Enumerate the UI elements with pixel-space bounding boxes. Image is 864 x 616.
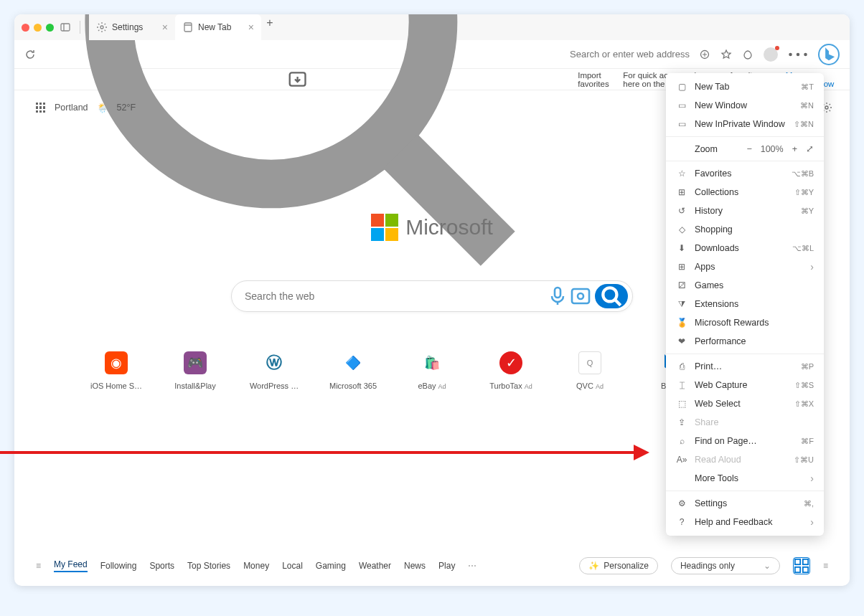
search-input[interactable] <box>245 290 546 302</box>
menu-performance[interactable]: ❤Performance <box>666 332 824 351</box>
svg-point-8 <box>789 52 792 56</box>
help-icon: ? <box>676 516 687 528</box>
browser-window: Settings × New Tab × + Im <box>14 14 850 586</box>
personalize-button[interactable]: ✨Personalize <box>579 557 658 574</box>
download-icon: ⬇ <box>676 242 687 254</box>
menu-settings[interactable]: ⚙Settings⌘, <box>666 494 824 513</box>
menu-share: ⇪Share <box>666 413 824 432</box>
reload-button[interactable] <box>24 49 36 60</box>
rewards-icon[interactable] <box>742 49 753 60</box>
search-button[interactable] <box>595 284 628 308</box>
feedtab-following[interactable]: Following <box>100 561 137 571</box>
menu-find[interactable]: ⌕Find on Page…⌘F <box>666 432 824 450</box>
svg-point-10 <box>804 52 807 56</box>
profile-avatar[interactable] <box>764 47 778 62</box>
weather-cloud-icon: 🌦️ <box>97 103 108 113</box>
menu-downloads[interactable]: ⬇Downloads⌥⌘L <box>666 239 824 257</box>
tab-newtab[interactable]: New Tab × <box>175 14 261 40</box>
zoom-out-button[interactable]: − <box>746 144 751 154</box>
menu-webcapture[interactable]: ⌶Web Capture⇧⌘S <box>666 376 824 394</box>
feed-settings-icon[interactable]: ≡ <box>823 561 828 571</box>
feedtab-weather[interactable]: Weather <box>359 561 391 571</box>
feed-menu-icon[interactable]: ≡ <box>36 561 41 571</box>
search-box[interactable] <box>231 280 633 312</box>
feedtab-topstories[interactable]: Top Stories <box>187 561 230 571</box>
tile-m365[interactable]: 🔷Microsoft 365 <box>331 351 375 390</box>
menu-apps[interactable]: ⊞Apps <box>666 257 824 276</box>
svg-point-2 <box>100 26 103 29</box>
menu-help[interactable]: ?Help and Feedback <box>666 513 824 531</box>
apps-launcher-icon[interactable] <box>36 103 46 113</box>
menu-newtab[interactable]: ▢New Tab⌘T <box>666 77 824 96</box>
layout-select[interactable]: Headings only⌄ <box>671 557 780 574</box>
chevron-right-icon <box>810 473 814 484</box>
more-menu-button[interactable] <box>788 44 808 65</box>
menu-collections[interactable]: ⊞Collections⇧⌘Y <box>666 183 824 202</box>
bing-sidebar-button[interactable] <box>818 44 840 65</box>
omnibox-input[interactable] <box>570 49 690 60</box>
feedtab-money[interactable]: Money <box>243 561 269 571</box>
menu-rewards[interactable]: 🏅Microsoft Rewards <box>666 313 824 332</box>
tile-turbotax[interactable]: ✓TurboTaxAd <box>489 351 533 390</box>
close-window-button[interactable] <box>22 24 29 32</box>
feedtab-news[interactable]: News <box>404 561 426 571</box>
close-tab-icon[interactable]: × <box>248 22 254 33</box>
chevron-down-icon: ⌄ <box>764 561 771 571</box>
camera-icon: ⌶ <box>676 379 687 391</box>
menu-newwindow[interactable]: ▭New Window⌘N <box>666 96 824 115</box>
feedtab-gaming[interactable]: Gaming <box>316 561 346 571</box>
menu-extensions[interactable]: ⧩Extensions <box>666 295 824 313</box>
page-icon <box>182 22 194 33</box>
apps-icon: ⊞ <box>676 261 687 273</box>
extensions-icon: ⧩ <box>676 298 687 310</box>
chevron-right-icon <box>810 261 814 273</box>
svg-rect-3 <box>184 23 192 32</box>
tile-ios[interactable]: ◉iOS Home S… <box>94 351 138 390</box>
svg-point-16 <box>603 288 616 301</box>
svg-rect-18 <box>795 559 800 564</box>
share-icon: ⇪ <box>676 417 687 428</box>
fullscreen-icon[interactable]: ⤢ <box>806 143 814 154</box>
menu-print[interactable]: ⎙Print…⌘P <box>666 357 824 376</box>
tile-ebay[interactable]: 🛍️eBayAd <box>410 351 454 390</box>
toolbar <box>14 40 850 69</box>
menu-history[interactable]: ↺History⌘Y <box>666 202 824 220</box>
tab-settings[interactable]: Settings × <box>89 14 175 40</box>
weather-temp: 52°F <box>117 103 136 113</box>
feed-more-icon[interactable]: ⋯ <box>468 561 476 571</box>
import-favorites-button[interactable]: Import favorites <box>578 71 616 88</box>
svg-point-9 <box>797 52 800 56</box>
games-icon: ⚂ <box>676 280 687 291</box>
gear-icon: ⚙ <box>676 498 687 509</box>
feedtab-myfeed[interactable]: My Feed <box>54 559 88 572</box>
menu-inprivate[interactable]: ▭New InPrivate Window⇧⌘N <box>666 115 824 133</box>
zoom-value: 100% <box>761 144 784 154</box>
menu-shopping[interactable]: ◇Shopping <box>666 220 824 239</box>
close-tab-icon[interactable]: × <box>162 22 168 33</box>
svg-line-17 <box>615 300 620 305</box>
tile-install[interactable]: 🎮Install&Play <box>173 351 217 390</box>
favorites-icon[interactable] <box>720 49 732 60</box>
weather-city[interactable]: Portland <box>55 103 88 113</box>
menu-moretools[interactable]: More Tools <box>666 469 824 488</box>
collections-icon: ⊞ <box>676 186 687 198</box>
grid-view-button[interactable] <box>793 557 810 574</box>
tile-wordpress[interactable]: ⓦWordPress … <box>252 351 296 390</box>
find-icon: ⌕ <box>676 435 687 447</box>
feedtab-sports[interactable]: Sports <box>149 561 174 571</box>
menu-games[interactable]: ⚂Games <box>666 276 824 295</box>
minimize-window-button[interactable] <box>34 24 42 32</box>
zoom-in-button[interactable]: + <box>792 144 797 154</box>
microsoft-logo-icon <box>371 214 398 241</box>
menu-favorites[interactable]: ☆Favorites⌥⌘B <box>666 164 824 183</box>
microsoft-logo-text: Microsoft <box>405 215 493 240</box>
voice-search-icon[interactable] <box>546 285 569 308</box>
image-search-icon[interactable] <box>569 285 592 308</box>
tile-qvc[interactable]: QQVCAd <box>568 351 612 390</box>
svg-rect-19 <box>803 559 808 564</box>
feedtab-local[interactable]: Local <box>282 561 303 571</box>
shopping-icon[interactable] <box>699 49 710 60</box>
svg-point-15 <box>578 293 583 299</box>
menu-webselect[interactable]: ⬚Web Select⇧⌘X <box>666 394 824 413</box>
feedtab-play[interactable]: Play <box>438 561 455 571</box>
